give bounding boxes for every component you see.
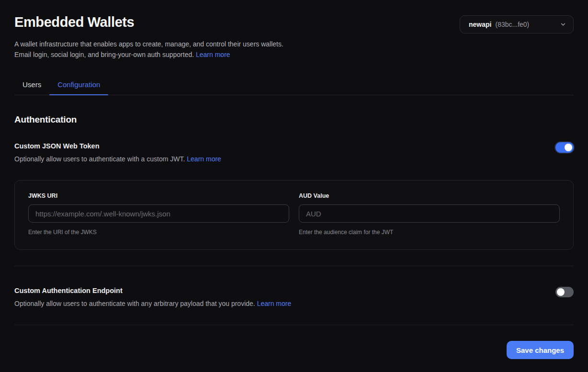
- jwks-uri-label: JWKS URI: [28, 192, 289, 199]
- jwks-uri-input[interactable]: [28, 204, 289, 223]
- toggle-knob: [565, 144, 572, 151]
- jwks-uri-helper: Enter the URI of the JWKS: [28, 229, 289, 236]
- header-learn-more-link[interactable]: Learn more: [196, 51, 230, 58]
- authentication-section-title: Authentication: [14, 114, 574, 125]
- api-key-hint: (83bc...fe0): [495, 21, 529, 28]
- page-description-text: A wallet infrastructure that enables app…: [14, 40, 283, 58]
- footer-actions: Save changes: [14, 341, 574, 359]
- custom-jwt-text: Custom JSON Web Token Optionally allow u…: [14, 142, 221, 164]
- custom-jwt-description-text: Optionally allow users to authenticate w…: [14, 155, 185, 163]
- api-key-name: newapi: [469, 21, 491, 28]
- tab-users[interactable]: Users: [14, 80, 49, 95]
- divider: [14, 266, 574, 266]
- custom-jwt-description: Optionally allow users to authenticate w…: [14, 154, 221, 164]
- custom-auth-endpoint-title: Custom Authentication Endpoint: [14, 287, 291, 294]
- aud-value-helper: Enter the audience claim for the JWT: [299, 229, 560, 236]
- custom-auth-endpoint-toggle[interactable]: [555, 287, 574, 297]
- custom-jwt-title: Custom JSON Web Token: [14, 142, 221, 150]
- endpoint-learn-more-link[interactable]: Learn more: [257, 300, 292, 307]
- page-description: A wallet infrastructure that enables app…: [14, 39, 294, 60]
- tab-bar: Users Configuration: [14, 80, 574, 95]
- custom-auth-endpoint-text: Custom Authentication Endpoint Optionall…: [14, 287, 291, 308]
- page-header-text: Embedded Wallets A wallet infrastructure…: [14, 14, 294, 60]
- jwks-uri-field-group: JWKS URI Enter the URI of the JWKS: [28, 192, 289, 236]
- custom-auth-endpoint-setting: Custom Authentication Endpoint Optionall…: [14, 287, 574, 308]
- divider: [14, 325, 574, 325]
- aud-value-label: AUD Value: [299, 192, 560, 199]
- custom-jwt-setting: Custom JSON Web Token Optionally allow u…: [14, 142, 574, 164]
- api-key-selector[interactable]: newapi (83bc...fe0): [460, 15, 574, 34]
- page-title: Embedded Wallets: [14, 14, 294, 30]
- tab-configuration[interactable]: Configuration: [49, 80, 108, 95]
- save-changes-button[interactable]: Save changes: [507, 341, 574, 359]
- jwt-fields-card: JWKS URI Enter the URI of the JWKS AUD V…: [14, 180, 574, 250]
- custom-auth-endpoint-description-text: Optionally allow users to authenticate w…: [14, 300, 255, 307]
- toggle-knob: [557, 288, 565, 296]
- page-header: Embedded Wallets A wallet infrastructure…: [14, 14, 574, 60]
- chevron-down-icon: [560, 21, 566, 28]
- embedded-wallets-page: Embedded Wallets A wallet infrastructure…: [0, 0, 588, 359]
- jwt-learn-more-link[interactable]: Learn more: [187, 155, 221, 163]
- aud-value-field-group: AUD Value Enter the audience claim for t…: [299, 192, 560, 236]
- custom-jwt-toggle[interactable]: [555, 142, 574, 153]
- custom-auth-endpoint-description: Optionally allow users to authenticate w…: [14, 299, 291, 308]
- aud-value-input[interactable]: [299, 204, 560, 223]
